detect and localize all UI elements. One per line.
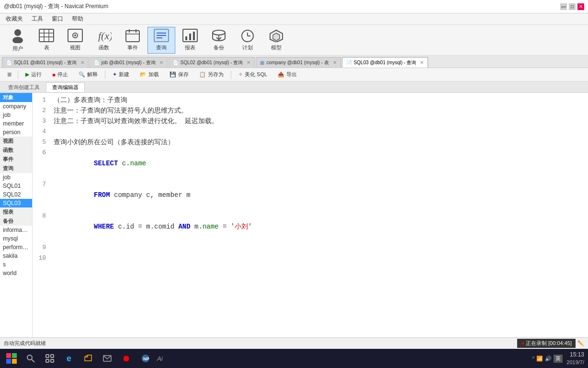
sidebar-item-sakila[interactable]: sakila [0,252,32,260]
tab-sql01-icon: 📄 [6,60,12,65]
taskbar-clock[interactable]: 15:13 2019/7/ [566,351,584,366]
tab-sql03-icon: 📄 [346,60,352,65]
tab-bar: 📄 SQL01 @db01 (mysql) - 查询 ✕ 📄 job @db01… [0,56,588,68]
taskbar-task-view[interactable] [40,350,59,367]
sidebar-item-person[interactable]: person [0,128,32,137]
sidebar-item-member[interactable]: member [0,119,32,128]
taskbar-search[interactable] [21,350,40,367]
sidebar-item-sql02[interactable]: SQL02 [0,190,32,199]
tool-view-label: 视图 [70,44,80,51]
recording-icon: ● [521,340,524,346]
svg-rect-33 [12,359,17,364]
taskbar-edge[interactable]: e [59,350,79,367]
taskbar-record[interactable]: ⏺ [117,350,136,367]
taskbar-explorer[interactable] [79,350,98,367]
save-icon: 💾 [170,71,176,78]
tool-report-label: 报表 [185,44,195,51]
view-icon [68,29,83,42]
sidebar-section-view[interactable]: 视图 [0,137,32,146]
sidebar-item-mysql[interactable]: mysql [0,234,32,243]
sidebar-item-world[interactable]: world [0,269,32,277]
stop-btn[interactable]: ■ 停止 [48,69,72,80]
tool-table[interactable]: 表 [33,27,60,54]
tool-model[interactable]: 模型 [262,27,290,54]
svg-point-23 [213,30,225,35]
close-button[interactable]: ✕ [577,3,584,10]
tab-sql03[interactable]: 📄 SQL03 @db01 (mysql) - 查询 ✕ [342,57,429,68]
explain-btn[interactable]: 🔍 解释 [74,69,102,80]
tool-backup[interactable]: 备份 [205,27,233,54]
sidebar-item-performance[interactable]: performance_ [0,243,32,252]
sidebar-item-sql03[interactable]: SQL03 [0,199,32,207]
svg-point-0 [14,29,21,36]
run-btn[interactable]: ▶ 运行 [21,69,46,80]
editor-area[interactable]: 1 （二）多表查询：子查询 2 注意一：子查询的写法更符号人的思维方式。 3 注… [33,93,588,337]
menu-tools[interactable]: 工具 [28,14,47,24]
save-btn[interactable]: 💾 保存 [165,69,193,80]
tool-query[interactable]: 查询 [147,27,175,54]
tab-sql01[interactable]: 📄 SQL01 @db01 (mysql) - 查询 ✕ [2,57,89,68]
taskbar-navicat[interactable]: NP [136,350,155,367]
sidebar-section-event[interactable]: 事件 [0,155,32,164]
minimize-button[interactable]: — [560,3,567,10]
divider2 [105,70,105,79]
new-label: 新建 [119,71,129,78]
load-btn[interactable]: 📂 加载 [136,69,163,80]
menu-btn[interactable]: ≡ [4,69,15,80]
saveas-btn[interactable]: 📋 另存为 [195,69,228,80]
line-num-7: 7 [33,179,52,190]
code-line-2: 2 注意一：子查询的写法更符号人的思维方式。 [33,105,588,116]
sidebar-item-job-query[interactable]: job [0,173,32,182]
explain-label: 解释 [87,71,98,78]
tab-company-close[interactable]: ✕ [333,60,337,65]
sidebar-item-s[interactable]: s [0,260,32,269]
tray-ime[interactable]: 英 [554,355,563,363]
taskbar-mail[interactable] [98,350,117,367]
sidebar-section-func[interactable]: 函数 [0,146,32,155]
sub-tab-editor[interactable]: 查询编辑器 [46,82,85,92]
menu-help[interactable]: 帮助 [68,14,87,24]
sidebar-item-sql01[interactable]: SQL01 [0,182,32,190]
sidebar-section-query[interactable]: 查询 [0,164,32,173]
menu-favorites[interactable]: 收藏夹 [2,14,27,24]
tool-event[interactable]: 事件 [119,27,147,54]
sidebar-item-company[interactable]: company [0,102,32,111]
status-text: 自动完成代码就绪 [4,340,46,347]
tab-sql01-close[interactable]: ✕ [80,60,84,65]
tool-schedule[interactable]: 计划 [234,27,261,54]
tab-job[interactable]: 📄 job @db01 (mysql) - 查询 ✕ [90,57,168,68]
line-num-6: 6 [33,148,52,158]
start-button[interactable] [2,350,21,367]
sidebar-item-information-s[interactable]: information_s [0,226,32,234]
maximize-button[interactable]: □ [569,3,576,10]
export-btn[interactable]: 📤 导出 [273,69,301,80]
sub-tab-create-tool[interactable]: 查询创建工具 [2,82,46,92]
menu-window[interactable]: 窗口 [48,14,67,24]
beautify-btn[interactable]: ✧ 美化 SQL [234,69,271,80]
new-btn[interactable]: ✦ 新建 [108,69,134,80]
tab-sql02[interactable]: 📄 SQL02 @db01 (mysql) - 查询 ✕ [169,57,255,68]
tool-user[interactable]: 用户 [4,27,32,54]
tool-report[interactable]: 报表 [176,27,204,54]
tool-func[interactable]: f(x) 函数 [90,27,118,54]
sidebar-section-report[interactable]: 报表 [0,207,32,217]
tab-company[interactable]: ▦ company @db01 (mysql) - 表 ✕ [256,57,340,68]
tab-job-close[interactable]: ✕ [159,60,163,65]
line-num-1: 1 [33,95,52,105]
beautify-label: 美化 SQL [245,71,267,78]
tray-expand[interactable]: ^ [532,356,534,361]
line-content-1: （二）多表查询：子查询 [52,95,588,105]
tool-view[interactable]: 视图 [61,27,89,54]
sidebar-item-job[interactable]: job [0,111,32,119]
load-label: 加载 [148,71,159,78]
sidebar-object-tab[interactable]: 对象 [0,93,32,102]
table-icon [39,29,54,42]
sidebar-section-backup[interactable]: 备份 [0,217,32,226]
tray-network[interactable]: 📶 [536,356,543,362]
svg-rect-36 [46,355,49,357]
tab-job-icon: 📄 [94,60,100,65]
tab-sql03-close[interactable]: ✕ [420,60,424,65]
tray-volume[interactable]: 🔊 [545,356,552,362]
tab-sql02-close[interactable]: ✕ [247,60,250,65]
svg-rect-39 [51,359,54,362]
